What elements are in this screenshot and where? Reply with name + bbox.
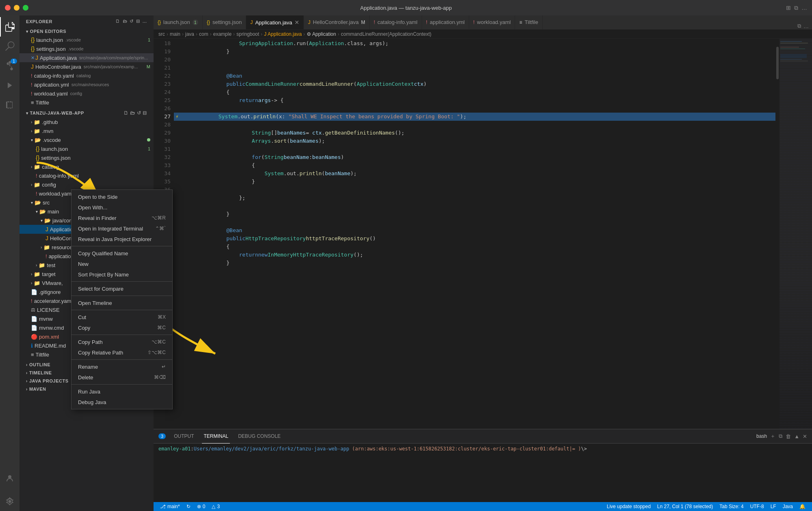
status-cursor[interactable]: Ln 27, Col 1 (78 selected) <box>654 502 716 511</box>
menu-debug-java[interactable]: Debug Java <box>71 397 172 407</box>
add-terminal-icon[interactable]: ＋ <box>770 433 775 440</box>
activity-search[interactable] <box>0 37 19 56</box>
terminal-content[interactable]: emanley-a01:Users/emanley/dev2/java/eric… <box>154 444 812 454</box>
menu-open-terminal[interactable]: Open in Integrated Terminal ⌃⌘` <box>71 223 172 234</box>
open-editor-catalog-info[interactable]: ! catalog-info.yaml catalog <box>19 71 154 80</box>
breadcrumb-class[interactable]: ⚙ Application <box>307 31 336 37</box>
collapse-icon[interactable]: ⊟ <box>136 19 140 24</box>
tab-close-icon[interactable]: ✕ <box>294 19 299 26</box>
split-editor-icon[interactable]: ⧉ <box>797 23 801 29</box>
tab-application-yml[interactable]: ! application.yml <box>422 15 469 29</box>
tab-settings-json[interactable]: {} settings.json <box>203 15 246 29</box>
folder-mvn[interactable]: › 📁 .mvn <box>19 126 154 135</box>
menu-open-with[interactable]: Open With... <box>71 202 172 213</box>
folder-github[interactable]: › 📁 .github <box>19 117 154 126</box>
status-line-ending[interactable]: LF <box>767 502 780 511</box>
open-editor-application-java[interactable]: ✕ J Application.java src/main/java/com/e… <box>19 53 154 62</box>
minimize-button[interactable] <box>14 5 19 11</box>
menu-delete[interactable]: Delete ⌘⌫ <box>71 372 172 383</box>
tab-tiltfile[interactable]: ≡ Tiltfile <box>515 15 542 29</box>
panel-tab-terminal[interactable]: TERMINAL <box>202 429 230 444</box>
menu-copy[interactable]: Copy ⌘C <box>71 322 172 333</box>
tab-launch-json[interactable]: {} launch.json 1 <box>154 15 203 29</box>
close-icon[interactable]: ✕ <box>31 55 35 61</box>
menu-sort-project[interactable]: Sort Project By Name <box>71 269 172 280</box>
menu-select-compare[interactable]: Select for Compare <box>71 283 172 294</box>
folder-catalog[interactable]: › 📁 catalog <box>19 162 154 171</box>
new-folder-btn[interactable]: 🗁 <box>130 110 135 116</box>
window-controls[interactable] <box>5 5 28 11</box>
tab-catalog-info[interactable]: ! catalog-info.yaml <box>370 15 422 29</box>
panel-tab-output[interactable]: OUTPUT <box>172 429 195 444</box>
status-tab-size[interactable]: Tab Size: 4 <box>716 502 747 511</box>
close-panel-icon[interactable]: ✕ <box>803 433 807 439</box>
status-sync[interactable]: ↻ <box>183 502 194 511</box>
menu-reveal-finder[interactable]: Reveal in Finder ⌥⌘R <box>71 213 172 223</box>
open-editor-application-yml[interactable]: ! application.yml src/main/resources <box>19 80 154 89</box>
menu-open-side[interactable]: Open to the Side <box>71 191 172 202</box>
breadcrumb-file[interactable]: J Application.java <box>264 31 302 37</box>
menu-new[interactable]: New <box>71 259 172 269</box>
breadcrumb-example[interactable]: example <box>213 31 232 37</box>
close-button[interactable] <box>5 5 11 11</box>
split-icon[interactable]: ⧉ <box>794 4 798 11</box>
menu-run-java[interactable]: Run Java <box>71 386 172 397</box>
split-terminal-icon[interactable]: ⧉ <box>779 433 782 439</box>
open-editor-workload-yaml[interactable]: ! workload.yaml config <box>19 89 154 98</box>
kill-terminal-icon[interactable]: 🗑 <box>786 433 791 439</box>
menu-rename[interactable]: Rename ↵ <box>71 361 172 372</box>
editor-scrollbar[interactable] <box>775 39 780 429</box>
status-live-update[interactable]: Live update stopped <box>604 502 654 511</box>
activity-extensions[interactable] <box>0 95 19 115</box>
status-warnings[interactable]: △ 3 <box>208 502 223 511</box>
new-file-icon[interactable]: 🗋 <box>115 19 120 24</box>
status-language[interactable]: Java <box>780 502 796 511</box>
folder-config[interactable]: › 📁 config <box>19 180 154 189</box>
breadcrumb-src[interactable]: src <box>158 31 165 37</box>
open-editors-section[interactable]: ▾ Open Editors <box>19 27 154 35</box>
breadcrumb-method[interactable]: commandLineRunner(ApplicationContext) <box>341 31 431 37</box>
breadcrumb-springboot[interactable]: springboot <box>236 31 259 37</box>
menu-open-timeline[interactable]: Open Timeline <box>71 298 172 308</box>
panel-tab-debug[interactable]: DEBUG CONSOLE <box>236 429 282 444</box>
folder-vscode[interactable]: ▾ 📂 .vscode <box>19 135 154 144</box>
tab-workload-yaml[interactable]: ! workload.yaml <box>469 15 515 29</box>
new-file-btn[interactable]: 🗋 <box>123 110 129 116</box>
status-errors[interactable]: ⊗ 0 <box>194 502 209 511</box>
menu-reveal-java[interactable]: Reveal in Java Project Explorer <box>71 234 172 244</box>
tab-hellocontroller[interactable]: J HelloController.java M <box>304 15 370 29</box>
more-tabs-icon[interactable]: … <box>803 23 809 29</box>
breadcrumb-java[interactable]: java <box>185 31 194 37</box>
status-encoding[interactable]: UTF-8 <box>747 502 767 511</box>
activity-account[interactable] <box>0 469 19 488</box>
file-catalog-info[interactable]: ! catalog-info.yaml <box>19 171 154 180</box>
activity-run[interactable] <box>0 76 19 95</box>
refresh-btn[interactable]: ↺ <box>137 110 141 116</box>
activity-settings[interactable] <box>0 491 19 511</box>
new-folder-icon[interactable]: 🗁 <box>123 19 128 24</box>
collapse-btn[interactable]: ⊟ <box>143 110 147 116</box>
activity-source-control[interactable]: 1 <box>0 56 19 76</box>
status-branch[interactable]: ⎇ main* <box>157 502 183 511</box>
tab-application-java[interactable]: J Application.java ✕ <box>246 15 304 29</box>
status-notifications[interactable]: 🔔 <box>796 502 809 511</box>
open-editor-launch-json[interactable]: {} launch.json .vscode 1 <box>19 35 154 44</box>
breadcrumb-main[interactable]: main <box>170 31 180 37</box>
menu-cut[interactable]: Cut ⌘X <box>71 312 172 322</box>
activity-explorer[interactable] <box>0 17 19 37</box>
project-root-section[interactable]: ▾ TANZU-JAVA-WEB-APP 🗋 🗁 ↺ ⊟ <box>19 109 154 117</box>
file-launch-json[interactable]: {} launch.json 1 <box>19 144 154 153</box>
more-icon[interactable]: … <box>142 19 147 24</box>
menu-copy-rel-path[interactable]: Copy Relative Path ⇧⌥⌘C <box>71 347 172 358</box>
open-editor-settings-json[interactable]: {} settings.json .vscode <box>19 44 154 53</box>
more-icon[interactable]: … <box>801 4 807 11</box>
open-editor-tiltfile[interactable]: ≡ Tiltfile <box>19 98 154 107</box>
open-editor-hellocontroller[interactable]: J HelloController.java src/main/java/com… <box>19 62 154 71</box>
refresh-icon[interactable]: ↺ <box>130 19 134 24</box>
menu-copy-path[interactable]: Copy Path ⌥⌘C <box>71 337 172 347</box>
menu-copy-qualified[interactable]: Copy Qualified Name <box>71 248 172 259</box>
scrollbar-thumb[interactable] <box>776 47 779 79</box>
code-area[interactable]: SpringApplication.run(Application.class,… <box>174 39 775 429</box>
file-settings-json[interactable]: {} settings.json <box>19 153 154 162</box>
layout-icon[interactable]: ⊞ <box>786 4 791 11</box>
